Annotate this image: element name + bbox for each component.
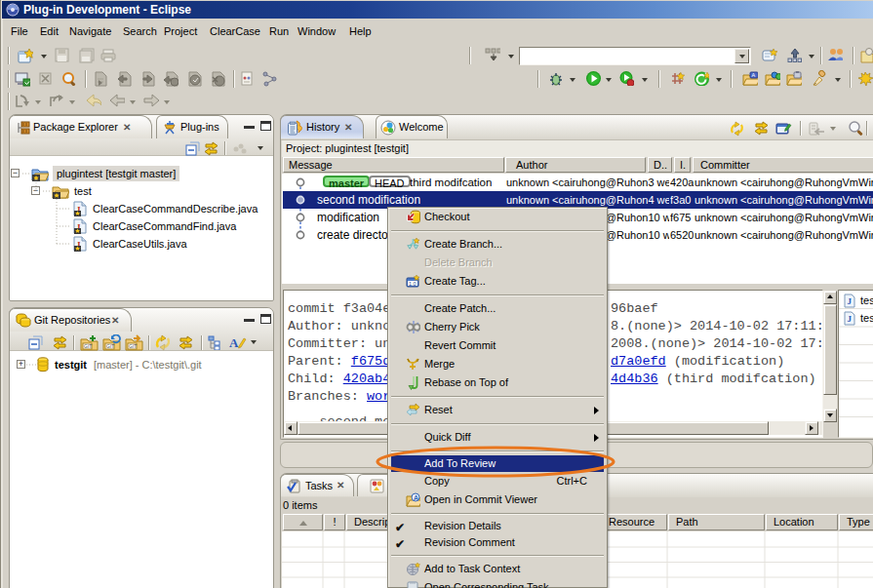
svg-text:A: A xyxy=(752,72,756,78)
svg-text:GIT: GIT xyxy=(106,343,114,349)
svg-text:A: A xyxy=(229,335,239,350)
svg-text:GIT: GIT xyxy=(129,343,137,349)
svg-text:GIT: GIT xyxy=(84,343,92,349)
svg-text:1.0: 1.0 xyxy=(409,281,417,287)
svg-text:A: A xyxy=(414,494,418,501)
